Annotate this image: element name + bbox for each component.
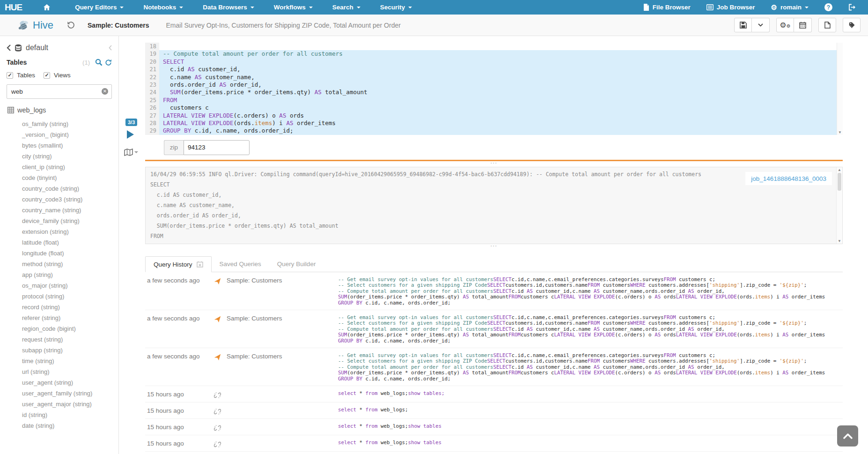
user-menu[interactable]: ⚙ romain bbox=[765, 0, 814, 15]
column-item[interactable]: device_family (string) bbox=[7, 216, 112, 226]
save-dropdown-button[interactable] bbox=[752, 18, 770, 32]
column-item[interactable]: client_ip (string) bbox=[7, 162, 112, 172]
scroll-down-icon[interactable]: ▼ bbox=[838, 239, 841, 243]
history-row[interactable]: 15 hours agoselect * from web_logs; bbox=[145, 402, 843, 419]
scrollbar-thumb[interactable] bbox=[838, 173, 841, 191]
hive-app-link[interactable]: Hive bbox=[18, 19, 53, 31]
schedule-button[interactable] bbox=[794, 18, 812, 32]
navbar-item-security[interactable]: Security bbox=[370, 0, 422, 15]
code-line[interactable]: 29GROUP BY c.id, c.name, ords.order_id; bbox=[145, 127, 843, 134]
tables-checkbox-label[interactable]: Tables bbox=[17, 72, 35, 79]
scroll-top-button[interactable] bbox=[837, 425, 858, 447]
scroll-up-icon[interactable]: ▲ bbox=[838, 168, 841, 172]
tab-saved-queries[interactable]: Saved Queries bbox=[212, 256, 269, 272]
column-item[interactable]: longitude (float) bbox=[7, 248, 112, 259]
column-item[interactable]: region_code (bigint) bbox=[7, 323, 112, 334]
navbar-item-query-editors[interactable]: Query Editors bbox=[65, 0, 133, 15]
column-item[interactable]: id (string) bbox=[7, 409, 112, 420]
column-item[interactable]: record (string) bbox=[7, 302, 112, 313]
code-editor[interactable]: 1819-- Compute total amount per order fo… bbox=[145, 43, 843, 135]
column-item[interactable]: date (string) bbox=[7, 420, 112, 431]
table-item[interactable]: web_logs bbox=[7, 106, 112, 114]
column-item[interactable]: subapp (string) bbox=[7, 345, 112, 356]
database-name[interactable]: default bbox=[26, 44, 105, 52]
column-item[interactable]: method (string) bbox=[7, 259, 112, 269]
code-line[interactable]: 22 c.name AS customer_name, bbox=[145, 74, 843, 81]
column-item[interactable]: country_code (string) bbox=[7, 183, 112, 194]
column-item[interactable]: _version_ (bigint) bbox=[7, 129, 112, 140]
editor-scrollbar[interactable]: ▼ bbox=[837, 43, 843, 135]
column-item[interactable]: time (string) bbox=[7, 356, 112, 366]
column-item[interactable]: request (string) bbox=[7, 334, 112, 345]
scroll-down-icon[interactable]: ▼ bbox=[838, 130, 842, 134]
job-browser-button[interactable]: Job Browser bbox=[701, 0, 761, 15]
refresh-button[interactable] bbox=[105, 59, 112, 66]
tables-checkbox[interactable]: ✓ bbox=[7, 72, 13, 79]
log-scrollbar[interactable]: ▲ ▼ bbox=[836, 167, 842, 244]
code-line[interactable]: 28LATERAL VIEW EXPLODE(ords.items) i AS … bbox=[145, 119, 843, 127]
code-line[interactable]: 27LATERAL VIEW EXPLODE(c.orders) o AS or… bbox=[145, 112, 843, 119]
hue-logo[interactable]: HUE bbox=[5, 2, 22, 13]
column-item[interactable]: os_family (string) bbox=[7, 119, 112, 129]
history-icon[interactable] bbox=[66, 21, 75, 29]
save-button[interactable] bbox=[734, 18, 752, 32]
code-line[interactable]: 21 c.id AS customer_id, bbox=[145, 66, 843, 73]
map-button[interactable] bbox=[124, 149, 138, 156]
new-document-button[interactable] bbox=[818, 18, 836, 32]
history-row[interactable]: a few seconds agoSample: Customers-- Get… bbox=[145, 272, 843, 310]
column-item[interactable]: country_code3 (string) bbox=[7, 194, 112, 205]
column-item[interactable]: extension (string) bbox=[7, 226, 112, 237]
job-link[interactable]: job_1461888648136_0003 bbox=[751, 175, 826, 182]
column-item[interactable]: os_major (string) bbox=[7, 280, 112, 291]
file-browser-button[interactable]: File Browser bbox=[638, 0, 696, 15]
column-item[interactable]: url (string) bbox=[7, 366, 112, 377]
variable-input[interactable] bbox=[184, 140, 250, 155]
views-checkbox-label[interactable]: Views bbox=[54, 72, 71, 79]
column-item[interactable]: user_agent_major (string) bbox=[7, 399, 112, 409]
column-item[interactable]: country_name (string) bbox=[7, 205, 112, 216]
column-item[interactable]: bytes (smallint) bbox=[7, 140, 112, 151]
column-item[interactable]: protocol (string) bbox=[7, 291, 112, 302]
navbar-item-data-browsers[interactable]: Data Browsers bbox=[193, 0, 264, 15]
column-item[interactable]: user_agent_family (string) bbox=[7, 388, 112, 399]
clear-filter-icon[interactable]: ✕ bbox=[102, 88, 108, 95]
code-line[interactable]: 24 SUM(order_items.price * order_items.q… bbox=[145, 89, 843, 96]
history-row[interactable]: 15 hours agoselect * from web_logs;show … bbox=[145, 419, 843, 435]
help-button[interactable]: ? bbox=[819, 0, 838, 15]
column-item[interactable]: city (string) bbox=[7, 151, 112, 162]
execute-button[interactable] bbox=[127, 130, 134, 139]
history-row[interactable]: 15 hours agoselect * from web_logs;show … bbox=[145, 452, 843, 454]
column-item[interactable]: app (string) bbox=[7, 269, 112, 280]
back-button[interactable] bbox=[7, 45, 11, 51]
settings-button[interactable]: ⚙⚙ bbox=[776, 18, 794, 32]
column-item[interactable]: latitude (float) bbox=[7, 237, 112, 248]
code-line[interactable]: 23 ords.order_id AS order_id, bbox=[145, 81, 843, 89]
resize-grip[interactable]: ⋯ bbox=[144, 244, 843, 250]
history-row[interactable]: a few seconds agoSample: Customers-- Get… bbox=[145, 348, 843, 386]
tab-query-history[interactable]: Query History bbox=[145, 256, 212, 272]
code-line[interactable]: 18 bbox=[145, 43, 843, 50]
history-row[interactable]: a few seconds agoSample: Customers-- Get… bbox=[145, 310, 843, 348]
column-item[interactable]: referer (string) bbox=[7, 313, 112, 323]
code-line[interactable]: 20SELECT bbox=[145, 58, 843, 66]
code-line[interactable]: 19-- Compute total amount per order for … bbox=[145, 50, 843, 58]
tags-button[interactable] bbox=[843, 18, 861, 32]
views-checkbox[interactable]: ✓ bbox=[44, 72, 50, 79]
column-item[interactable]: code (tinyint) bbox=[7, 172, 112, 183]
column-item[interactable]: user_agent (string) bbox=[7, 377, 112, 388]
home-icon[interactable] bbox=[39, 4, 55, 11]
navbar-item-search[interactable]: Search bbox=[323, 0, 370, 15]
collapse-sidebar-button[interactable] bbox=[109, 45, 112, 51]
navbar-item-notebooks[interactable]: Notebooks bbox=[133, 0, 193, 15]
code-line[interactable]: 25FROM bbox=[145, 97, 843, 104]
clear-history-icon[interactable] bbox=[197, 261, 203, 268]
page-title[interactable]: Sample: Customers bbox=[88, 22, 149, 29]
table-filter-input[interactable] bbox=[7, 84, 112, 99]
history-row[interactable]: 15 hours agoselect * from web_logs;show … bbox=[145, 386, 843, 402]
resize-grip[interactable]: ⋯ bbox=[144, 161, 843, 167]
code-line[interactable]: 26 customers c bbox=[145, 104, 843, 112]
tab-query-builder[interactable]: Query Builder bbox=[269, 256, 324, 272]
history-row[interactable]: 15 hours agoselect * from web_logs;show … bbox=[145, 435, 843, 452]
navbar-item-workflows[interactable]: Workflows bbox=[264, 0, 323, 15]
table-search-button[interactable] bbox=[95, 59, 103, 66]
